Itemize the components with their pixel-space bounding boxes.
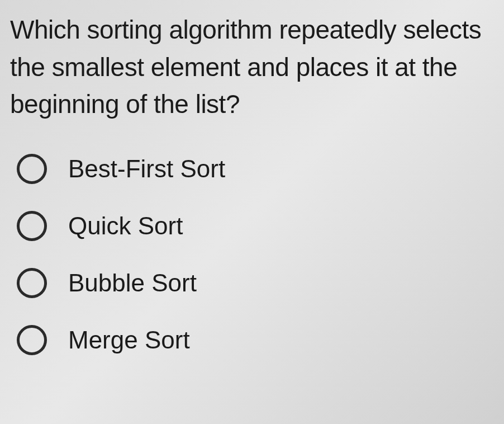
option-best-first-sort[interactable]: Best-First Sort [17, 154, 494, 184]
option-merge-sort[interactable]: Merge Sort [17, 325, 494, 355]
option-bubble-sort[interactable]: Bubble Sort [17, 268, 494, 298]
option-label: Quick Sort [68, 212, 183, 240]
radio-icon [17, 154, 47, 184]
radio-icon [17, 325, 47, 355]
question-text: Which sorting algorithm repeatedly selec… [10, 11, 494, 123]
option-label: Merge Sort [68, 326, 190, 354]
option-label: Best-First Sort [68, 155, 225, 183]
option-label: Bubble Sort [68, 269, 197, 297]
options-list: Best-First Sort Quick Sort Bubble Sort M… [10, 154, 494, 355]
radio-icon [17, 268, 47, 298]
option-quick-sort[interactable]: Quick Sort [17, 211, 494, 241]
radio-icon [17, 211, 47, 241]
